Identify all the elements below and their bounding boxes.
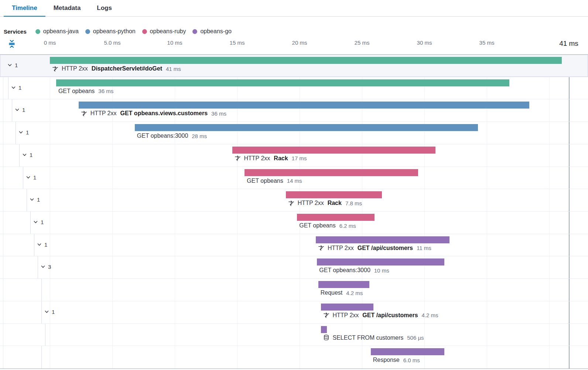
chevron-down-icon — [18, 130, 23, 135]
item-label: HTTP 2xx Rack 7.8 ms — [288, 200, 362, 206]
accordion-toggle[interactable]: 3 — [41, 264, 51, 270]
collapse-all-button[interactable] — [8, 40, 16, 48]
service-name: opbeans-python — [93, 28, 136, 35]
service-color-dot — [142, 29, 147, 34]
apm-trace-timeline-page: TimelineMetadataLogs Services opbeans-ja… — [0, 0, 588, 370]
child-count: 1 — [15, 62, 18, 68]
item-label: HTTP 2xx DispatcherServlet#doGet 41 ms — [52, 65, 181, 72]
tree-connector-line — [23, 167, 23, 189]
legend-item: opbeans-python — [85, 28, 136, 35]
child-count: 1 — [44, 241, 47, 248]
item-name: GET opbeans:3000 — [137, 133, 188, 139]
accordion-toggle[interactable]: 1 — [33, 219, 44, 225]
service-name: opbeans-go — [200, 28, 232, 35]
accordion-toggle[interactable]: 1 — [15, 107, 25, 113]
transaction-merge-icon — [318, 245, 324, 251]
item-name: GET /api/customers — [362, 312, 418, 319]
transaction-bar[interactable] — [232, 147, 436, 154]
transaction-merge-icon — [288, 200, 294, 206]
chevron-down-icon — [22, 153, 27, 157]
accordion-toggle[interactable]: 1 — [26, 174, 36, 181]
tree-connector-line — [41, 346, 42, 369]
waterfall-row: Response 6.0 ms — [0, 346, 588, 369]
tree-connector-line — [19, 144, 20, 167]
transaction-merge-icon — [235, 155, 241, 161]
tab-metadata[interactable]: Metadata — [45, 0, 89, 17]
item-label: Response 6.0 ms — [373, 357, 420, 363]
tab-logs[interactable]: Logs — [89, 0, 120, 17]
services-label: Services — [4, 28, 27, 35]
item-label: Request 4.2 ms — [321, 290, 363, 296]
span-bar[interactable] — [56, 79, 509, 86]
tree-connector-line — [8, 77, 8, 99]
waterfall-row: 3 GET opbeans:3000 10 ms — [0, 256, 588, 279]
item-label: GET opbeans 36 ms — [58, 88, 113, 95]
waterfall-row: 1 GET opbeans 14 ms — [0, 167, 588, 189]
axis-tick-label: 30 ms — [417, 40, 432, 46]
item-duration: 4.2 ms — [422, 312, 438, 318]
item-name: Request — [321, 290, 343, 296]
accordion-toggle[interactable]: 1 — [11, 85, 21, 91]
item-label: GET opbeans:3000 28 ms — [137, 133, 207, 139]
item-label: HTTP 2xx Rack 17 ms — [235, 155, 307, 162]
child-count: 3 — [48, 264, 51, 270]
chevron-down-icon — [41, 264, 45, 269]
child-count: 1 — [22, 107, 25, 113]
span-bar[interactable] — [317, 258, 444, 265]
transaction-bar[interactable] — [316, 236, 449, 243]
item-name: Rack — [274, 155, 288, 162]
transaction-bar[interactable] — [321, 304, 373, 311]
child-count: 1 — [41, 219, 44, 225]
legend-item: opbeans-java — [35, 28, 79, 35]
transaction-bar[interactable] — [50, 57, 562, 64]
accordion-toggle[interactable]: 1 — [44, 309, 55, 315]
item-name: GET opbeans:3000 — [319, 267, 370, 274]
item-label: GET opbeans 14 ms — [247, 178, 302, 184]
item-duration: 28 ms — [192, 133, 207, 139]
status-prefix: HTTP 2xx — [62, 65, 88, 72]
tree-connector-line — [41, 279, 42, 301]
status-prefix: HTTP 2xx — [90, 110, 117, 117]
item-name: GET opbeans.views.customers — [120, 110, 208, 117]
accordion-toggle[interactable]: 1 — [30, 196, 40, 203]
item-name: GET /api/customers — [358, 245, 413, 251]
axis-tick-label: 41 ms — [559, 40, 578, 48]
chevron-down-icon — [7, 63, 12, 68]
child-count: 1 — [26, 129, 29, 136]
span-bar[interactable] — [321, 326, 327, 333]
waterfall-row: 1 GET opbeans:3000 28 ms — [0, 122, 588, 144]
accordion-toggle[interactable]: 1 — [7, 62, 18, 68]
waterfall-row: 1 HTTP 2xx GET opbeans.views.customers 3… — [0, 99, 588, 122]
transaction-bar[interactable] — [286, 191, 382, 198]
item-name: GET opbeans — [58, 88, 95, 95]
status-prefix: HTTP 2xx — [333, 312, 359, 319]
service-color-dot — [192, 29, 197, 34]
accordion-toggle[interactable]: 1 — [37, 241, 47, 248]
legend-items: opbeans-java opbeans-python opbeans-ruby… — [35, 28, 238, 35]
child-count: 1 — [30, 152, 33, 158]
waterfall-row: 1 HTTP 2xx Rack 17 ms — [0, 144, 588, 167]
span-bar[interactable] — [318, 281, 370, 288]
tab-timeline[interactable]: Timeline — [4, 0, 45, 17]
span-bar[interactable] — [297, 214, 375, 221]
database-icon — [323, 335, 329, 341]
accordion-toggle[interactable]: 1 — [18, 129, 29, 136]
transaction-bar[interactable] — [79, 102, 529, 109]
span-bar[interactable] — [135, 124, 478, 131]
item-duration: 41 ms — [166, 66, 181, 72]
item-label: HTTP 2xx GET /api/customers 11 ms — [318, 245, 431, 251]
span-bar[interactable] — [245, 169, 418, 176]
chevron-down-icon — [15, 107, 20, 112]
accordion-toggle[interactable]: 1 — [22, 152, 33, 158]
item-duration: 7.8 ms — [345, 200, 362, 206]
waterfall-row: 1 HTTP 2xx Rack 7.8 ms — [0, 189, 588, 212]
tree-connector-line — [12, 99, 12, 121]
item-name: Rack — [328, 200, 342, 206]
tab-bar: TimelineMetadataLogs — [0, 0, 588, 17]
waterfall-row: 1 HTTP 2xx DispatcherServlet#doGet 41 ms — [0, 55, 588, 77]
item-label: SELECT FROM customers 506 µs — [323, 335, 424, 341]
child-count: 1 — [52, 309, 55, 315]
span-bar[interactable] — [371, 348, 444, 355]
item-duration: 11 ms — [417, 245, 431, 251]
item-name: SELECT FROM customers — [333, 335, 404, 341]
